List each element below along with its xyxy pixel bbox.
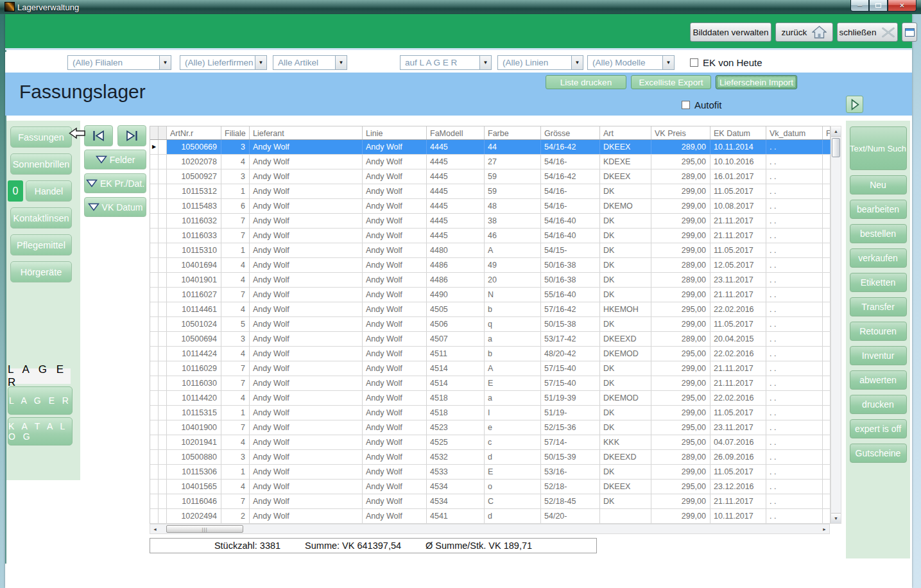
filter-dropdown-filialen[interactable]: (Alle) Filialen▼ [67,55,171,70]
column-header-art[interactable]: Art [600,126,651,139]
filter-dropdown-linien[interactable]: (Alle) Linien▼ [497,55,583,70]
skip-to-last-button[interactable] [117,125,146,146]
table-row[interactable]: 105009273Andy WolfAndy Wolf44455954/16-4… [150,169,841,184]
action-gutscheine[interactable]: Gutscheine [850,444,907,463]
scroll-down-icon[interactable]: ▼ [831,513,841,523]
zurueck-button[interactable]: zurück [775,22,833,42]
table-row[interactable]: 102024942Andy WolfAndy Wolf4541d54/20-29… [150,509,841,524]
action-bestellen[interactable]: bestellen [850,224,907,243]
scroll-up-icon[interactable]: ▲ [831,126,841,137]
filter-dropdown-lieferfirmen[interactable]: (Alle) Lieferfirmen▼ [180,55,267,70]
table-row[interactable]: 102019414Andy WolfAndy Wolf4525c57/14-KK… [150,435,841,450]
excelliste-export-button[interactable]: Excelliste Export [631,75,711,89]
sidebar-item-kontaktlinsen[interactable]: Kontaktlinsen [10,207,72,229]
chevron-down-icon[interactable]: ▼ [571,56,583,69]
table-row[interactable]: 101144244Andy WolfAndy Wolf4511b48/20-42… [150,347,841,361]
cell-ekdatum: 22.02.2016 [710,347,766,361]
column-header-ekdatum[interactable]: EK Datum [710,126,766,139]
action-verkaufen[interactable]: verkaufen [850,248,907,268]
column-header-filiale[interactable]: Filiale [221,126,250,139]
table-row[interactable]: 101160297Andy WolfAndy Wolf4514A57/15-40… [150,361,841,376]
column-header-groesse[interactable]: Grösse [541,126,600,139]
bilddaten-verwalten-button[interactable]: Bilddaten verwalten [690,22,771,42]
table-row[interactable]: 104016944Andy WolfAndy Wolf44864950/16-3… [150,258,841,273]
table-row[interactable]: 101144204Andy WolfAndy Wolf4518a51/19-39… [150,391,841,406]
table-row[interactable]: 104019014Andy WolfAndy Wolf44862050/16-3… [150,273,841,288]
table-row[interactable]: 101160467Andy WolfAndy Wolf4534C52/18-45… [150,494,841,509]
table-row[interactable]: 105008803Andy WolfAndy Wolf4532d50/15-39… [150,450,841,465]
lieferschein-import-button[interactable]: Lieferschein Import [716,75,797,89]
filter-dropdown-artikel[interactable]: Alle Artikel▼ [273,55,347,70]
minimize-button[interactable]: ─ [850,0,869,12]
chevron-down-icon[interactable]: ▼ [662,56,674,69]
schliessen-button[interactable]: schließen [837,22,898,42]
table-row[interactable]: 101160277Andy WolfAndy Wolf4490N55/16-40… [150,288,841,302]
horizontal-scrollbar[interactable]: ◄ ||| ► [150,524,830,534]
table-row[interactable]: 101144614Andy WolfAndy Wolf4505b57/16-42… [150,302,841,317]
column-header-vkdatum[interactable]: Vk_datum [766,126,823,139]
action-inventur[interactable]: Inventur [850,346,907,365]
table-row[interactable]: 101160337Andy WolfAndy Wolf44454654/16-4… [150,229,841,243]
table-row[interactable]: 101154836Andy WolfAndy Wolf44454854/16-D… [150,199,841,214]
action-text-num-such[interactable]: Text/Num Such [850,126,907,170]
chevron-down-icon[interactable]: ▼ [479,56,491,69]
table-row[interactable]: 101153101Andy WolfAndy Wolf4480A54/15-DK… [150,243,841,258]
table-row[interactable]: 101160307Andy WolfAndy Wolf4514E57/15-40… [150,376,841,391]
column-header-linie[interactable]: Linie [363,126,427,139]
action-etiketten[interactable]: Etiketten [850,273,907,292]
table-row[interactable]: 105010245Andy WolfAndy Wolf4506q50/15-38… [150,317,841,332]
column-header-f[interactable]: F [823,126,831,139]
table-row[interactable]: 101153121Andy WolfAndy Wolf44455954/16-D… [150,184,841,199]
scroll-right-icon[interactable]: ► [820,524,829,533]
sidebar-item-pflegemittel[interactable]: Pflegemittel [10,234,72,255]
vertical-scroll-thumb[interactable] [832,138,840,157]
table-row[interactable]: 101153151Andy WolfAndy Wolf4518I51/19-DK… [150,406,841,420]
column-header-famodell[interactable]: FaModell [427,126,485,139]
window-form-button[interactable] [902,22,917,42]
action-retouren[interactable]: Retouren [850,322,907,341]
vertical-scrollbar[interactable]: ▲ ▼ [831,126,841,524]
action-expert-is-off[interactable]: expert is off [850,419,907,438]
ek-pr-dat-button[interactable]: EK Pr./Dat. [84,173,146,193]
column-header-artnr[interactable]: ArtNr.r [167,126,221,139]
filter-dropdown-modelle[interactable]: (Alle) Modelle▼ [587,55,675,70]
table-row[interactable]: 101160327Andy WolfAndy Wolf44453854/16-4… [150,214,841,229]
column-header-vkpreis[interactable]: VK Preis [651,126,710,139]
column-header-farbe[interactable]: Farbe [485,126,541,139]
chevron-down-icon[interactable]: ▼ [255,56,266,69]
table-row[interactable]: ▶105006693Andy WolfAndy Wolf44454454/16-… [150,140,841,155]
cell-art: DK [600,465,651,479]
column-header-lieferant[interactable]: Lieferant [250,126,363,139]
action-transfer[interactable]: Transfer [850,297,907,316]
vk-datum-button[interactable]: VK Datum [84,197,146,217]
play-button[interactable] [846,96,863,113]
cell-linie: Andy Wolf [363,169,427,184]
chevron-down-icon[interactable]: ▼ [335,56,347,69]
table-row[interactable]: 104015654Andy WolfAndy Wolf4534o52/18-DK… [150,480,841,494]
ek-von-heute-checkbox[interactable] [690,58,698,67]
table-row[interactable]: 104019007Andy WolfAndy Wolf4523e52/15-36… [150,420,841,435]
felder-button[interactable]: Felder [84,150,146,169]
filter-dropdown-lager-status[interactable]: auf L A G E R▼ [400,55,492,70]
scroll-left-icon[interactable]: ◄ [150,524,160,533]
katalog-button[interactable]: K A T A L O G [8,417,73,445]
close-button[interactable]: ✕ [888,0,917,12]
table-row[interactable]: 102020784Andy WolfAndy Wolf44452754/16-K… [150,155,841,169]
lager-button[interactable]: L A G E R [8,386,73,415]
sidebar-item-hoergeraete[interactable]: Hörgeräte [10,261,72,282]
action-drucken[interactable]: drucken [850,395,907,414]
horizontal-scroll-thumb[interactable]: ||| [166,525,243,533]
sidebar-item-handel[interactable]: Handel [26,180,72,202]
skip-to-first-button[interactable] [84,125,113,146]
chevron-down-icon[interactable]: ▼ [159,56,171,69]
sidebar-item-sonnenbrillen[interactable]: Sonnenbrillen [10,153,72,175]
table-row[interactable]: 105006943Andy WolfAndy Wolf4507a53/17-42… [150,332,841,347]
action-abwerten[interactable]: abwerten [850,370,907,390]
autofit-checkbox[interactable] [682,101,690,109]
maximize-button[interactable] [869,0,888,12]
action-bearbeiten[interactable]: bearbeiten [850,200,907,219]
table-row[interactable]: 101153061Andy WolfAndy Wolf4533E53/16-DK… [150,465,841,480]
sidebar-item-fassungen[interactable]: Fassungen [10,126,72,148]
action-neu[interactable]: Neu [850,175,907,195]
liste-drucken-button[interactable]: Liste drucken [546,75,626,89]
